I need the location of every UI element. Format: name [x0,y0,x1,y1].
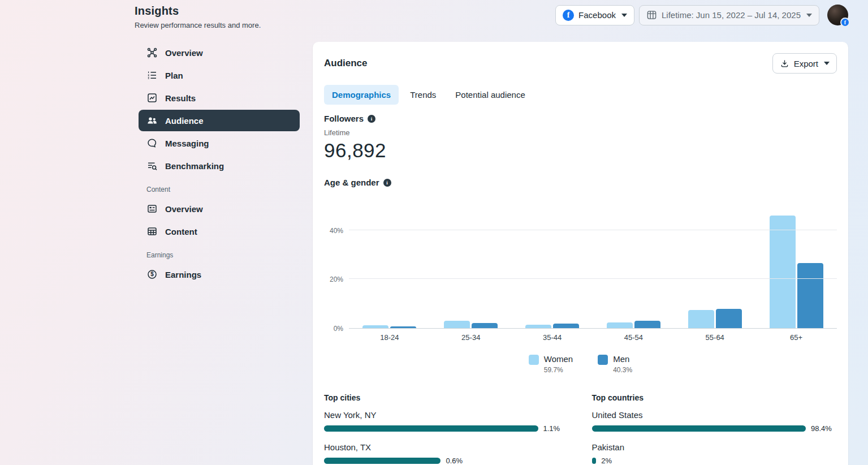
women-bar[interactable] [362,325,388,328]
content-overview-icon [146,203,158,214]
age-gender-yaxis: 0%20%40% [324,209,349,329]
legend-item-women[interactable]: Women 59.7% [529,354,573,374]
sidebar-item-label: Overview [165,204,203,214]
date-range-button[interactable]: Lifetime: Jun 15, 2022 – Jul 14, 2025 [639,5,819,25]
calendar-icon [646,10,657,20]
women-bar[interactable] [444,321,470,328]
info-icon[interactable]: i [383,179,391,187]
geo-label: New York, NY [324,410,569,420]
audience-tabs: Demographics Trends Potential audience [324,85,837,105]
chart-legend: Women 59.7% Men 40.3% [324,354,837,374]
men-bar[interactable] [634,321,660,328]
date-range-label: Lifetime: Jun 15, 2022 – Jul 14, 2025 [662,10,801,20]
top-cities-title: Top cities [324,393,569,402]
sidebar-item-results[interactable]: Results [139,87,300,109]
sidebar-item-overview[interactable]: Overview [139,42,300,63]
info-icon[interactable]: i [368,115,375,123]
sidebar-section-earnings: Earnings [146,251,292,259]
bar-group [755,216,837,328]
sidebar-item-messaging[interactable]: Messaging [139,132,300,154]
svg-text:$: $ [150,271,154,277]
chevron-down-icon [806,14,812,17]
women-bar[interactable] [607,322,633,328]
overview-icon [146,47,158,58]
benchmarking-icon [146,160,158,171]
top-countries-section: Top countries United States98.4%Pakistan… [592,393,837,465]
geo-label: Houston, TX [324,442,569,452]
men-swatch-icon [598,355,608,365]
sidebar-item-audience[interactable]: Audience [139,110,300,131]
followers-period: Lifetime [324,128,837,137]
main-layout: Overview Plan Results [0,29,868,465]
account-switcher-button[interactable]: f Facebook [555,5,634,25]
men-bar[interactable] [553,324,579,328]
sidebar-item-benchmarking[interactable]: Benchmarking [139,155,300,176]
messaging-icon [146,137,158,149]
geo-bar[interactable] [592,425,806,432]
bar-group [430,321,512,328]
legend-label: Men [613,354,632,364]
x-tick-label: 65+ [755,333,837,342]
tab-potential-audience[interactable]: Potential audience [447,85,533,105]
chevron-down-icon [824,62,830,65]
legend-value: 40.3% [613,366,632,374]
account-label: Facebook [578,10,616,20]
plan-icon [146,70,158,81]
bar-group [512,324,593,328]
geo-row: New York, NY1.1% [324,410,569,433]
sidebar-item-label: Earnings [165,270,201,279]
women-bar[interactable] [770,216,796,328]
women-swatch-icon [529,355,539,365]
gridline [349,230,837,230]
top-cities-list: New York, NY1.1%Houston, TX0.6%Lahore, P… [324,410,569,465]
geo-value: 98.4% [811,424,832,433]
top-countries-list: United States98.4%Pakistan2%Nigeria0.9% [592,410,837,465]
sidebar-item-content-overview[interactable]: Overview [139,198,300,219]
geo-bar[interactable] [592,458,597,464]
men-bar[interactable] [716,309,742,328]
men-bar[interactable] [472,323,498,328]
women-bar[interactable] [688,310,714,328]
legend-label: Women [544,354,573,364]
men-bar[interactable] [797,263,823,328]
page-title: Insights [135,5,261,18]
export-label: Export [794,59,818,68]
bar-group [593,321,674,328]
geo-bar[interactable] [324,425,538,432]
export-button[interactable]: Export [772,53,837,74]
tab-demographics[interactable]: Demographics [324,85,399,105]
y-tick-label: 40% [330,227,343,235]
age-gender-xlabels: 18-2425-3435-4445-5455-6465+ [349,333,837,342]
top-countries-title: Top countries [592,393,837,402]
x-tick-label: 18-24 [349,333,430,342]
age-gender-chart: 0%20%40% 18-2425-3435-4445-5455-6465+ Wo… [324,209,837,374]
legend-item-men[interactable]: Men 40.3% [598,354,632,374]
tab-trends[interactable]: Trends [402,85,444,105]
facebook-badge-icon: f [840,18,850,27]
sidebar-item-label: Results [165,93,196,103]
women-bar[interactable] [525,325,551,328]
sidebar-item-label: Plan [165,71,183,80]
geo-label: Pakistan [592,442,837,452]
gridline [349,278,837,279]
age-gender-groups [349,209,837,328]
sidebar-item-plan[interactable]: Plan [139,64,300,86]
legend-value: 59.7% [544,366,573,374]
content-grid-icon [146,226,158,237]
results-icon [146,92,158,104]
age-gender-title: Age & gender [324,178,379,187]
profile-avatar[interactable]: f [827,5,848,25]
followers-title: Followers [324,114,364,123]
geo-value: 2% [601,457,612,465]
sidebar-item-earnings[interactable]: $ Earnings [139,264,300,285]
geo-bar[interactable] [324,458,441,464]
page-header: Insights Review performance results and … [135,5,261,29]
bar-group [674,309,755,328]
men-bar[interactable] [390,326,416,328]
page-subtitle: Review performance results and more. [135,21,261,29]
sidebar-item-label: Content [165,227,197,236]
sidebar-item-content[interactable]: Content [139,221,300,242]
sidebar-section-content: Content [146,186,292,193]
geo-label: United States [592,410,837,420]
y-tick-label: 20% [330,275,343,283]
